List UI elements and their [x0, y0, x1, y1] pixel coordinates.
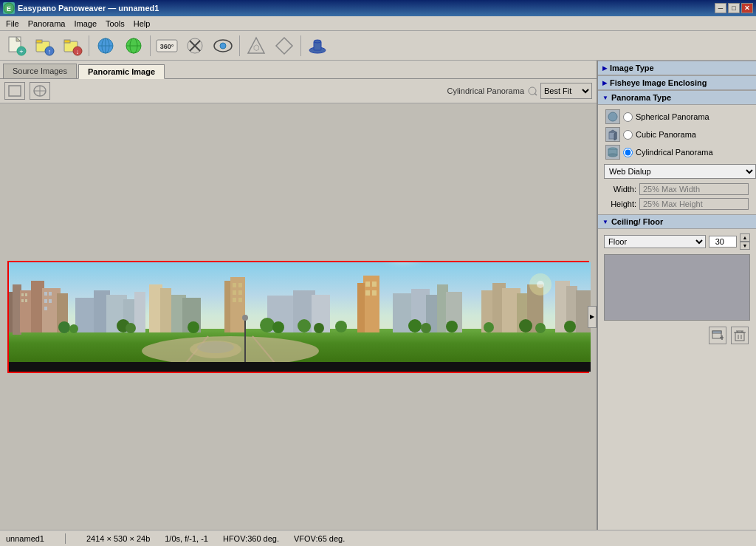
- svg-rect-71: [224, 281, 230, 332]
- status-exposure: 1/0s, f/-1, -1: [165, 534, 208, 543]
- svg-text:360°: 360°: [160, 43, 174, 50]
- add-floor-button[interactable]: [709, 327, 726, 344]
- left-panel: Source Images Panoramic Image Cy: [0, 61, 597, 530]
- svg-text:↓: ↓: [76, 48, 80, 55]
- ceiling-floor-content: Floor Ceiling Both ▲ ▼: [598, 229, 756, 350]
- globe1-button[interactable]: [92, 33, 119, 58]
- status-vfov: VFOV:65 deg.: [294, 534, 345, 543]
- svg-point-115: [535, 323, 546, 333]
- cubic-option[interactable]: Cubic Panorama: [601, 126, 753, 143]
- publish-button[interactable]: ⬡: [243, 33, 269, 58]
- save-button[interactable]: ↓: [59, 33, 86, 58]
- hat-button[interactable]: [304, 33, 331, 58]
- globe2-button[interactable]: [120, 33, 147, 58]
- fisheye-tool-button[interactable]: [30, 82, 50, 100]
- new-button[interactable]: +: [3, 33, 30, 58]
- tab-source-images[interactable]: Source Images: [3, 64, 77, 78]
- fit-label-area: Cylindrical Panorama Best Fit 100% 50% 2…: [447, 83, 592, 99]
- height-input[interactable]: [639, 198, 749, 210]
- svg-point-111: [421, 323, 431, 333]
- cylindrical-radio[interactable]: [623, 148, 633, 157]
- height-label: Height:: [605, 199, 636, 208]
- maximize-button[interactable]: □: [728, 3, 740, 13]
- floor-select[interactable]: Floor Ceiling Both: [604, 235, 706, 248]
- cylindrical-label: Cylindrical Panorama: [636, 148, 713, 157]
- fit-tool-icon: [527, 86, 537, 96]
- menu-tools[interactable]: Tools: [101, 18, 129, 30]
- svg-point-122: [537, 281, 544, 288]
- 360-button[interactable]: 360°: [154, 33, 180, 58]
- status-filename: unnamed1: [6, 534, 44, 543]
- svg-text:↑: ↑: [48, 48, 52, 55]
- svg-point-116: [564, 321, 576, 332]
- cylindrical-option[interactable]: Cylindrical Panorama: [601, 143, 753, 161]
- svg-point-105: [260, 318, 275, 332]
- toolbar-separator-1: [89, 35, 89, 56]
- spherical-label: Spherical Panorama: [636, 112, 709, 121]
- cubic-icon: [605, 127, 620, 142]
- svg-marker-127: [614, 132, 616, 140]
- svg-rect-77: [238, 298, 242, 302]
- floor-value-up[interactable]: ▲: [740, 233, 750, 242]
- svg-rect-86: [372, 290, 377, 296]
- svg-point-118: [242, 315, 248, 321]
- svg-text:E: E: [7, 5, 11, 13]
- svg-text:⬡: ⬡: [253, 44, 260, 52]
- image-type-section-header[interactable]: ▶ Image Type: [598, 61, 756, 75]
- fisheye-section-header[interactable]: ▶ Fisheye Image Enclosing: [598, 75, 756, 90]
- panel-expand-button[interactable]: ▶: [588, 306, 597, 328]
- right-panel: ▶ Image Type ▶ Fisheye Image Enclosing ▼…: [597, 61, 756, 530]
- fit-select[interactable]: Best Fit 100% 50% 200%: [540, 83, 592, 99]
- svg-point-104: [188, 321, 199, 333]
- svg-rect-83: [365, 281, 370, 287]
- panorama-type-label: Panorama Type: [611, 93, 671, 102]
- title-text: Easypano Panoweaver — unnamed1: [18, 4, 159, 13]
- toolbar: + ↑ ↓: [0, 31, 756, 61]
- menu-image[interactable]: Image: [70, 18, 102, 30]
- diamond-button[interactable]: [271, 33, 298, 58]
- cubic-radio[interactable]: [623, 130, 633, 140]
- floor-value-down[interactable]: ▼: [740, 242, 750, 250]
- svg-rect-7: [36, 40, 42, 43]
- menu-file[interactable]: File: [1, 18, 24, 30]
- svg-point-108: [314, 323, 324, 333]
- main-content: Source Images Panoramic Image Cy: [0, 61, 756, 530]
- delete-floor-button[interactable]: [731, 327, 749, 344]
- spherical-radio[interactable]: [623, 112, 633, 122]
- svg-rect-72: [233, 283, 236, 287]
- app-icon: E: [3, 2, 15, 14]
- menu-panorama[interactable]: Panorama: [24, 18, 70, 30]
- status-dimensions: 2414 × 530 × 24b: [86, 534, 150, 543]
- action-buttons-row: [601, 324, 753, 347]
- minimize-button[interactable]: ─: [715, 3, 726, 13]
- status-separator-1: [65, 533, 66, 544]
- svg-rect-11: [64, 40, 70, 43]
- svg-rect-65: [134, 292, 145, 332]
- svg-point-103: [126, 323, 136, 333]
- svg-rect-59: [49, 299, 52, 303]
- svg-point-101: [69, 324, 78, 333]
- stitch-button[interactable]: [182, 33, 208, 58]
- svg-point-27: [220, 43, 226, 49]
- tab-panoramic-image[interactable]: Panoramic Image: [78, 64, 165, 79]
- floor-value-input[interactable]: [709, 236, 737, 248]
- width-input[interactable]: [639, 183, 749, 195]
- status-hfov: HFOV:360 deg.: [223, 534, 279, 543]
- menu-help[interactable]: Help: [129, 18, 155, 30]
- svg-point-130: [608, 154, 617, 157]
- ceiling-floor-section-header[interactable]: ▼ Ceiling/ Floor: [598, 214, 756, 229]
- rectangle-tool-button[interactable]: [4, 82, 25, 100]
- quality-select[interactable]: Web Dialup Web Broadband High Quality Pr…: [604, 164, 756, 179]
- fisheye-label: Fisheye Image Enclosing: [610, 78, 707, 87]
- svg-rect-67: [160, 288, 171, 332]
- panorama-type-section-header[interactable]: ▼ Panorama Type: [598, 90, 756, 105]
- cylindrical-icon: [605, 145, 620, 160]
- cubic-label: Cubic Panorama: [636, 130, 696, 139]
- close-button[interactable]: ✕: [741, 3, 753, 13]
- tabs: Source Images Panoramic Image: [0, 61, 597, 79]
- view-button[interactable]: [210, 33, 236, 58]
- open-button[interactable]: ↑: [31, 33, 58, 58]
- svg-rect-82: [357, 283, 365, 332]
- menu-bar: File Panorama Image Tools Help: [0, 16, 756, 31]
- spherical-option[interactable]: Spherical Panorama: [601, 108, 753, 126]
